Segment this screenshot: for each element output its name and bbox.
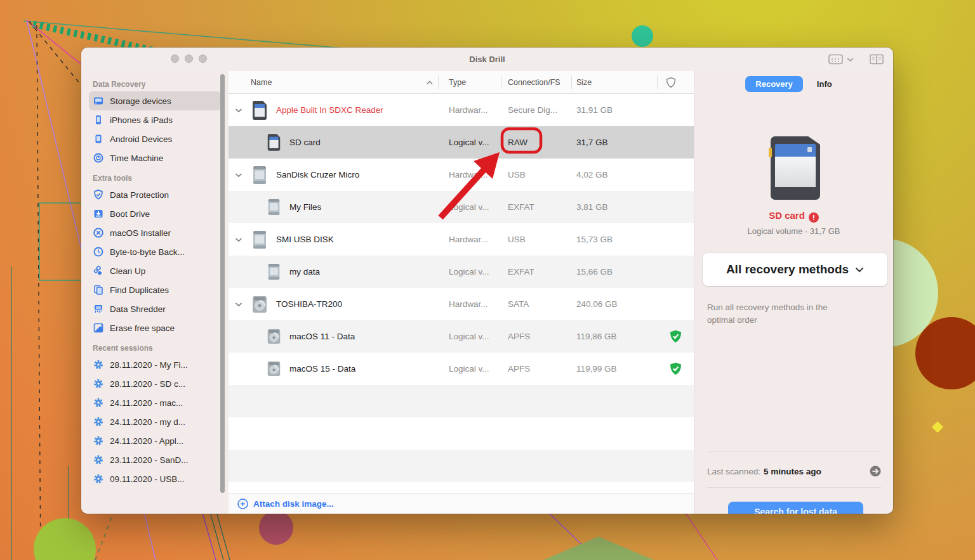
duplicates-icon (93, 284, 104, 296)
table-header: Name Type Connection/FS Size (229, 71, 694, 94)
table-row-my-files[interactable]: My FilesLogical v...EXFAT3,81 GB (229, 191, 694, 223)
hdd-icon (251, 295, 268, 314)
usb-drive-icon (267, 263, 281, 280)
expander-chevron-icon[interactable] (232, 302, 245, 307)
sidebar-item-byte-to-byte-back[interactable]: Byte-to-byte Back... (89, 242, 221, 261)
table-row-toshiba-tr200[interactable]: TOSHIBA-TR200Hardwar...SATA240,06 GB (229, 288, 694, 320)
tab-recovery[interactable]: Recovery (745, 76, 803, 92)
sidebar-item-label: 28.11.2020 - My Fi... (110, 360, 188, 370)
gear-icon (93, 416, 104, 427)
window-titlebar: Disk Drill (81, 48, 893, 72)
cell-fs: EXFAT (501, 267, 571, 277)
android-icon (93, 133, 104, 145)
device-name-label: SMI USB DISK (276, 235, 334, 244)
sidebar-item-data-protection[interactable]: Data Protection (89, 185, 221, 204)
last-scanned-value: 5 minutes ago (764, 467, 821, 476)
gear-icon (93, 435, 104, 446)
sidebar-item-label: macOS Installer (110, 228, 171, 238)
table-row-macos-15-data[interactable]: macOS 15 - DataLogical v...APFS119,99 GB (229, 353, 694, 385)
sidebar-item-boot-drive[interactable]: Boot Drive (89, 204, 221, 223)
cell-fs: USB (501, 235, 571, 244)
empty-row-stripe (229, 385, 694, 417)
cell-type: Logical v... (438, 267, 501, 277)
column-connection-fs[interactable]: Connection/FS (508, 78, 560, 87)
sidebar-item-clean-up[interactable]: Clean Up (89, 261, 221, 280)
sidebar-item-android-devices[interactable]: Android Devices (89, 129, 221, 148)
sidebar-item-24-11-2020-appl[interactable]: 24.11.2020 - Appl... (89, 431, 221, 450)
sidebar-item-iphones-ipads[interactable]: iPhones & iPads (89, 110, 221, 129)
device-name-label: SD card (289, 138, 321, 147)
sidebar-item-09-11-2020-usb[interactable]: 09.11.2020 - USB... (89, 469, 221, 488)
sidebar-item-label: 28.11.2020 - SD c... (110, 379, 185, 389)
table-row-macos-11-data[interactable]: macOS 11 - DataLogical v...APFS119,86 GB (229, 320, 694, 353)
recovery-method-description: Run all recovery methods in the optimal … (707, 301, 856, 327)
column-type[interactable]: Type (449, 78, 466, 87)
cell-fs: APFS (501, 332, 571, 341)
sidebar-item-label: Clean Up (110, 266, 145, 276)
sidebar-item-24-11-2020-my-d[interactable]: 24.11.2020 - my d... (89, 412, 221, 431)
expander-chevron-icon[interactable] (232, 237, 245, 242)
details-panel-icon[interactable] (870, 54, 884, 65)
last-scanned-row: Last scanned: 5 minutes ago (707, 466, 881, 477)
gear-icon (93, 378, 104, 389)
sidebar-item-data-shredder[interactable]: Data Shredder (89, 299, 221, 318)
hdd-icon (267, 328, 281, 345)
storage-devices-icon (93, 95, 104, 107)
expander-chevron-icon[interactable] (232, 108, 245, 113)
sidebar-item-time-machine[interactable]: Time Machine (89, 148, 221, 167)
cell-type: Logical v... (438, 138, 501, 147)
view-options-icon[interactable] (828, 54, 855, 65)
sidebar-item-find-duplicates[interactable]: Find Duplicates (89, 280, 221, 299)
sidebar-item-label: 24.11.2020 - Appl... (110, 436, 183, 446)
gear-icon (93, 454, 104, 466)
sidebar-item-23-11-2020-sand[interactable]: 23.11.2020 - SanD... (89, 450, 221, 469)
search-for-lost-data-button[interactable]: Search for lost data (728, 502, 863, 514)
sidebar: Data RecoveryStorage devicesiPhones & iP… (81, 71, 229, 514)
recovery-panel: Recovery Info SD card! Logical volume · … (694, 71, 893, 514)
sparkle-icon (93, 265, 104, 277)
gear-icon (93, 473, 104, 485)
table-row-sd-card[interactable]: SD cardLogical v...RAW31,7 GB (229, 126, 694, 159)
sidebar-item-28-11-2020-my-fi[interactable]: 28.11.2020 - My Fi... (89, 355, 221, 374)
table-row-my-data[interactable]: my dataLogical v...EXFAT15,66 GB (229, 256, 694, 288)
open-scan-arrow-icon[interactable] (870, 466, 881, 477)
sidebar-item-macos-installer[interactable]: macOS Installer (89, 223, 221, 242)
sidebar-scrollbar[interactable] (220, 74, 225, 493)
sidebar-item-label: Erase free space (110, 323, 175, 333)
sidebar-item-label: Storage devices (110, 96, 171, 106)
cell-type: Logical v... (438, 364, 501, 374)
sidebar-item-label: Find Duplicates (110, 285, 169, 295)
cell-fs: APFS (501, 364, 571, 374)
clock-back-icon (93, 246, 104, 257)
sidebar-item-erase-free-space[interactable]: Erase free space (89, 318, 221, 337)
device-name-label: Apple Built In SDXC Reader (276, 105, 383, 115)
cell-type: Hardwar... (438, 299, 501, 309)
sidebar-item-label: Data Shredder (110, 304, 166, 314)
expander-chevron-icon[interactable] (232, 173, 245, 178)
table-row-sandisk-cruzer-micro[interactable]: SanDisk Cruzer MicroHardwar...USB4,02 GB (229, 159, 694, 191)
sidebar-item-label: Time Machine (110, 153, 163, 163)
column-name[interactable]: Name (251, 78, 272, 87)
sidebar-item-label: 09.11.2020 - USB... (110, 474, 185, 484)
column-size[interactable]: Size (576, 78, 592, 87)
cell-size: 15,66 GB (571, 267, 657, 277)
column-protection-shield-icon[interactable] (666, 77, 676, 88)
table-row-apple-built-in-sdxc-reader[interactable]: Apple Built In SDXC ReaderHardwar...Secu… (229, 94, 694, 126)
device-subtitle: Logical volume · 31,7 GB (694, 226, 893, 236)
sidebar-section-title: Extra tools (93, 174, 229, 183)
cell-fs: RAW (501, 138, 571, 147)
sd-card-illustration (771, 136, 820, 200)
table-row-smi-usb-disk[interactable]: SMI USB DISKHardwar...USB15,73 GB (229, 223, 694, 256)
window-title: Disk Drill (81, 48, 893, 71)
sidebar-item-storage-devices[interactable]: Storage devices (89, 91, 221, 110)
sort-ascending-icon[interactable] (427, 81, 433, 85)
device-name-label: my data (289, 267, 320, 277)
tab-info[interactable]: Info (807, 76, 842, 92)
sidebar-item-28-11-2020-sd-c[interactable]: 28.11.2020 - SD c... (89, 374, 221, 393)
sidebar-item-label: iPhones & iPads (110, 115, 173, 125)
recovery-method-dropdown[interactable]: All recovery methods (703, 253, 887, 286)
sidebar-item-24-11-2020-mac[interactable]: 24.11.2020 - mac... (89, 393, 221, 412)
cell-size: 240,06 GB (571, 299, 657, 309)
attach-disk-image-button[interactable]: Attach disk image... (237, 498, 334, 509)
cell-type: Hardwar... (438, 105, 501, 115)
